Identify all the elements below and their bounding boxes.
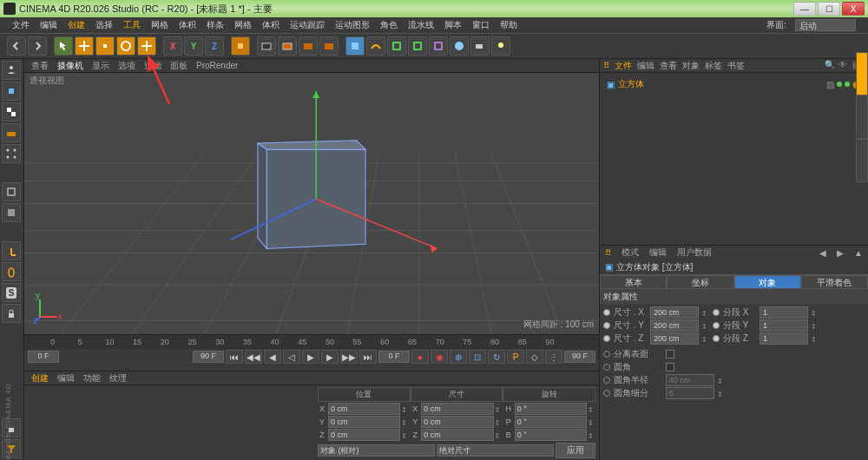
goto-start-button[interactable]: ⏮ (226, 350, 243, 364)
y-axis-lock[interactable]: Y (184, 36, 203, 56)
menu-file[interactable]: 文件 (7, 17, 35, 33)
vp-menu-camera[interactable]: 摄像机 (57, 60, 83, 72)
attr-tab-mode[interactable]: 模式 (621, 246, 639, 259)
undo-button[interactable] (7, 36, 26, 56)
vp-menu-options[interactable]: 选项 (118, 60, 135, 72)
add-primitive[interactable] (345, 36, 365, 56)
object-manager-tree[interactable]: ▣ 立方体 ▨ ◐ (600, 73, 868, 245)
timeline-cur-input[interactable]: 0 F (378, 351, 410, 363)
size-X-input[interactable]: 0 cm (421, 403, 493, 415)
om-tab-view[interactable]: 查看 (660, 60, 677, 72)
model-mode[interactable] (2, 82, 21, 101)
menu-mesh[interactable]: 网格 (146, 17, 174, 33)
next-key-button[interactable]: ▶ (321, 350, 339, 364)
coord-mode-select[interactable]: 对象 (相对) (318, 444, 435, 457)
eye-icon[interactable]: 👁 (838, 60, 851, 72)
object-name[interactable]: 立方体 (618, 78, 644, 90)
key-all-button[interactable]: ◇ (526, 350, 543, 364)
render-view[interactable] (257, 36, 276, 56)
menu-mograph[interactable]: 运动图形 (330, 17, 375, 33)
rot-H-input[interactable]: 0 ° (515, 403, 587, 415)
attr-subtab-object[interactable]: 对象 (734, 275, 801, 289)
size-Z-input[interactable]: 0 cm (421, 429, 493, 441)
menu-script[interactable]: 脚本 (439, 17, 467, 33)
vp-menu-display[interactable]: 显示 (92, 60, 109, 72)
vp-menu-panel[interactable]: 面板 (170, 60, 187, 72)
select-tool[interactable] (54, 36, 73, 56)
checkbox[interactable] (666, 350, 674, 358)
key-pos-button[interactable]: ⊕ (450, 350, 467, 364)
edge-tab-1[interactable] (856, 52, 868, 95)
menu-window[interactable]: 窗口 (467, 17, 495, 33)
edge-tab-3[interactable] (856, 139, 868, 182)
point-mode[interactable] (2, 144, 21, 163)
menu-mesh2[interactable]: 网格 (229, 17, 257, 33)
attr-input[interactable]: 200 cm (650, 306, 699, 319)
z-axis-lock[interactable]: Z (205, 36, 224, 56)
om-tab-tags[interactable]: 标签 (705, 60, 722, 72)
poly-mode[interactable] (2, 203, 21, 222)
attr-subtab-basic[interactable]: 基本 (600, 275, 667, 289)
pos-Y-input[interactable]: 0 cm (328, 416, 400, 428)
rot-P-input[interactable]: 0 ° (515, 416, 587, 428)
add-environment[interactable] (450, 36, 469, 56)
vp-menu-view[interactable]: 查看 (31, 60, 49, 72)
minimize-button[interactable]: — (793, 2, 816, 16)
play-back-button[interactable]: ◁ (283, 350, 300, 364)
pos-Z-input[interactable]: 0 cm (328, 429, 400, 441)
attr-nav-back[interactable]: ◀ (819, 248, 826, 258)
attr-input[interactable]: 1 (760, 332, 808, 345)
add-deformer[interactable] (429, 36, 448, 56)
tab-edit[interactable]: 编辑 (57, 372, 75, 384)
coord-system[interactable] (231, 36, 250, 56)
vp-menu-filter[interactable]: 过滤 (144, 60, 161, 72)
coord-size-mode-select[interactable]: 绝对尺寸 (437, 444, 554, 457)
visibility-render-dot[interactable] (845, 82, 850, 87)
maximize-button[interactable]: ☐ (818, 2, 840, 16)
key-param-button[interactable]: P (507, 350, 524, 364)
grip-icon[interactable]: ⠿ (603, 61, 609, 70)
attr-input[interactable]: 200 cm (650, 319, 699, 332)
render-settings[interactable] (299, 36, 318, 56)
menu-create[interactable]: 创建 (62, 17, 90, 33)
rot-B-input[interactable]: 0 ° (515, 429, 587, 441)
workplane-mode[interactable] (2, 123, 21, 142)
move-tool[interactable] (75, 36, 94, 56)
timeline-start-input[interactable]: 0 F (28, 351, 59, 363)
play-button[interactable]: ▶ (302, 350, 319, 364)
scale-tool[interactable] (95, 36, 115, 56)
render-queue[interactable] (319, 36, 339, 56)
step-back-button[interactable]: ◀◀ (245, 350, 262, 364)
add-generator2[interactable] (408, 36, 427, 56)
attr-input[interactable]: 1 (760, 306, 808, 319)
checkbox[interactable] (666, 363, 674, 371)
menu-volume2[interactable]: 体积 (257, 17, 285, 33)
vp-menu-prorender[interactable]: ProRender (196, 61, 238, 70)
prev-key-button[interactable]: ◀ (264, 350, 281, 364)
attr-subtab-coord[interactable]: 坐标 (667, 275, 733, 289)
tool-mouse[interactable] (2, 262, 21, 281)
om-tab-edit[interactable]: 编辑 (637, 60, 654, 72)
menu-edit[interactable]: 编辑 (35, 17, 62, 33)
redo-button[interactable] (28, 36, 47, 56)
add-generator[interactable] (387, 36, 406, 56)
rotate-tool[interactable] (116, 36, 135, 56)
layer-swatch[interactable]: ▨ (826, 80, 834, 89)
menu-help[interactable]: 帮助 (495, 17, 523, 33)
menu-tools[interactable]: 工具 (118, 17, 146, 33)
timeline-end-input[interactable]: 90 F (193, 351, 224, 363)
timeline-ruler[interactable]: 051015202530354045505560657075808590 (24, 335, 599, 349)
tab-texture[interactable]: 纹理 (109, 372, 127, 384)
menu-select[interactable]: 选择 (90, 17, 118, 33)
apply-button[interactable]: 应用 (556, 443, 595, 458)
add-camera[interactable] (470, 36, 490, 56)
menu-character[interactable]: 角色 (375, 17, 403, 33)
grip-icon[interactable]: ⠿ (605, 248, 611, 258)
viewport-perspective[interactable]: 透视视图 (24, 73, 599, 334)
om-tab-file[interactable]: 文件 (615, 60, 632, 72)
axis-mode[interactable] (2, 241, 21, 260)
edge-tab-2[interactable] (856, 95, 868, 139)
menu-spline[interactable]: 样条 (201, 17, 229, 33)
object-cube-item[interactable]: ▣ 立方体 ▨ ◐ (603, 76, 865, 92)
record-button[interactable]: ● (411, 350, 429, 364)
